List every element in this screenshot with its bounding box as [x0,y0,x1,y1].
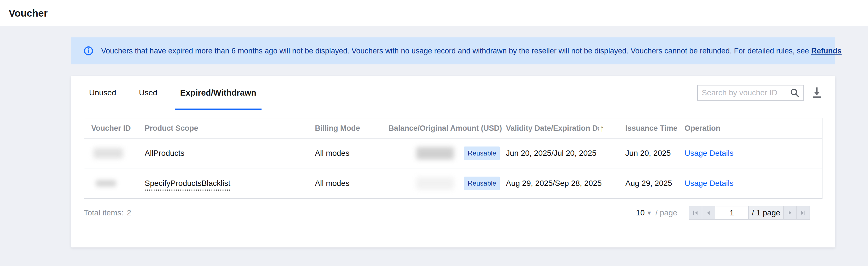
reusable-badge: Reusable [464,177,500,190]
usage-details-link[interactable]: Usage Details [685,149,734,157]
voucher-search-box[interactable] [697,85,804,101]
page-size-select[interactable]: 10 ▾ / page [636,208,677,217]
total-items-value: 2 [127,208,131,217]
table-header-row: Voucher ID Product Scope Billing Mode Ba… [84,118,822,139]
voucher-id-cell [84,148,145,158]
total-items: Total items: 2 [84,208,131,217]
tab-list: Unused Used Expired/Withdrawn [84,76,274,110]
tabs-row: Unused Used Expired/Withdrawn [84,76,823,110]
product-scope-cell: AllProducts [145,149,315,158]
tab-unused-label: Unused [89,88,116,97]
last-page-icon [800,210,806,216]
table-footer: Total items: 2 10 ▾ / page [84,199,823,227]
refunds-link[interactable]: Refunds [811,47,842,55]
validity-cell: Jun 20, 2025/Jul 20, 2025 [506,149,625,158]
next-page-button[interactable] [784,206,797,219]
balance-redacted [416,147,454,159]
voucher-id-redacted [94,148,123,158]
reusable-badge: Reusable [464,147,500,160]
total-items-label: Total items: [84,208,124,217]
page-count-box: / 1 page [749,206,784,219]
billing-mode-cell: All modes [315,149,389,158]
col-header-validity-label: Validity Date/Expiration Date [506,124,599,133]
col-header-issuance-time: Issuance Time [625,124,685,133]
tab-expired-withdrawn-label: Expired/Withdrawn [180,88,256,97]
banner-message: Vouchers that have expired more than 6 m… [101,47,842,55]
tab-unused[interactable]: Unused [84,76,122,110]
previous-page-icon [705,210,712,216]
next-page-icon [787,210,793,216]
download-button[interactable] [811,87,823,99]
col-header-product-scope: Product Scope [145,124,315,133]
page-title: Voucher [9,8,48,19]
table-toolbar [697,85,823,101]
first-page-button[interactable] [689,206,702,219]
voucher-panel: Unused Used Expired/Withdrawn [71,76,835,247]
col-header-billing-mode: Billing Mode [315,124,389,133]
per-page-label: / page [655,208,677,217]
top-header-bar: Voucher [0,0,868,26]
current-page-box[interactable]: 1 [715,206,749,219]
issuance-time-cell: Jun 20, 2025 [625,149,685,158]
balance-cell: Reusable [389,177,506,190]
table-row: AllProducts All modes Reusable Jun 20, 2… [84,139,822,169]
search-icon[interactable] [790,88,800,97]
voucher-id-cell [84,180,145,187]
validity-cell: Aug 29, 2025/Sep 28, 2025 [506,179,625,188]
voucher-table: Voucher ID Product Scope Billing Mode Ba… [84,118,823,199]
previous-page-button[interactable] [702,206,715,219]
page-navigation: 1 / 1 page [689,206,810,220]
tab-used[interactable]: Used [134,76,163,110]
product-scope-value[interactable]: SpecifyProductsBlacklist [145,179,230,190]
download-icon [811,87,823,99]
pagination: 10 ▾ / page 1 / 1 page [636,206,810,220]
sort-ascending-icon[interactable]: ↑ [600,124,604,133]
search-input[interactable] [702,88,790,97]
col-header-voucher-id: Voucher ID [84,124,145,133]
table-row: SpecifyProductsBlacklist All modes Reusa… [84,169,822,198]
billing-mode-cell: All modes [315,179,389,188]
operation-cell: Usage Details [685,149,822,158]
product-scope-cell: SpecifyProductsBlacklist [145,179,315,188]
balance-redacted [416,177,454,189]
caret-down-icon: ▾ [648,209,651,217]
tab-used-label: Used [139,88,157,97]
info-icon [84,46,93,56]
tab-expired-withdrawn[interactable]: Expired/Withdrawn [175,76,261,110]
operation-cell: Usage Details [685,179,822,188]
info-banner: Vouchers that have expired more than 6 m… [71,37,835,64]
col-header-validity[interactable]: Validity Date/Expiration Date ↑ [506,124,625,133]
product-scope-value: AllProducts [145,149,185,157]
voucher-id-redacted [96,180,116,187]
col-header-operation: Operation [685,124,822,133]
issuance-time-cell: Aug 29, 2025 [625,179,685,188]
banner-text: Vouchers that have expired more than 6 m… [101,47,809,55]
col-header-balance: Balance/Original Amount (USD) [389,124,506,133]
balance-cell: Reusable [389,147,506,160]
page-size-value: 10 [636,208,645,217]
first-page-icon [692,210,699,216]
usage-details-link[interactable]: Usage Details [685,179,734,187]
last-page-button[interactable] [797,206,810,219]
